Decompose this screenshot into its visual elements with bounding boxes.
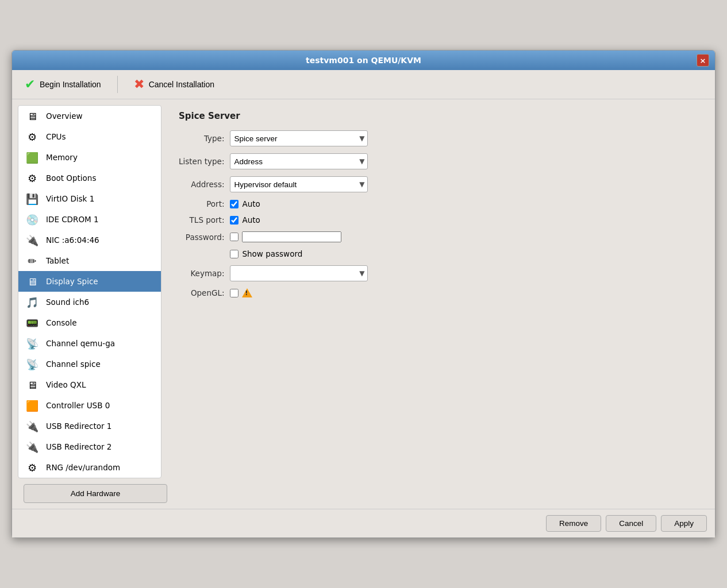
show-password-label: Show password (242, 249, 302, 258)
begin-installation-button[interactable]: ✔ Begin Installation (20, 75, 106, 94)
sidebar-item-sound-ich6[interactable]: 🎵Sound ich6 (18, 292, 161, 312)
sidebar-item-channel-qemu-ga[interactable]: 📡Channel qemu-ga (18, 333, 161, 354)
apply-button[interactable]: Apply (661, 515, 707, 532)
nic-icon: 🔌 (24, 234, 40, 246)
port-auto-checkbox[interactable] (230, 200, 239, 208)
port-control: Auto (230, 199, 466, 208)
sidebar-item-overview[interactable]: 🖥Overview (18, 106, 161, 126)
sidebar-item-tablet[interactable]: ✏Tablet (18, 250, 161, 271)
cancel-installation-label: Cancel Installation (149, 80, 214, 89)
sidebar-item-label-memory: Memory (46, 153, 78, 162)
tls-port-label: TLS port: (179, 215, 224, 225)
ide-cdrom-1-icon: 💿 (24, 213, 40, 226)
x-icon: ✖ (134, 77, 144, 92)
usb-redirector-2-icon: 🔌 (24, 440, 40, 453)
sidebar-item-label-console: Console (46, 318, 77, 327)
check-icon: ✔ (25, 77, 35, 92)
sidebar-item-virtio-disk-1[interactable]: 💾VirtIO Disk 1 (18, 188, 161, 209)
opengl-checkbox[interactable] (230, 289, 239, 297)
type-select[interactable]: Spice serverVNC server (230, 130, 368, 146)
sidebar-item-label-channel-spice: Channel spice (46, 359, 101, 369)
sidebar-item-cpus[interactable]: ⚙CPUs (18, 126, 161, 147)
remove-button[interactable]: Remove (546, 515, 601, 532)
tls-port-control: Auto (230, 215, 466, 225)
sidebar-item-memory[interactable]: 🟩Memory (18, 147, 161, 168)
password-label: Password: (179, 233, 224, 242)
show-password-row: Show password (230, 249, 466, 258)
port-auto-label: Auto (242, 199, 260, 208)
sidebar-item-usb-redirector-1[interactable]: 🔌USB Redirector 1 (18, 416, 161, 436)
detail-panel: Spice Server Type: Spice serverVNC serve… (167, 105, 709, 478)
add-hw-container: Add Hardware (12, 484, 715, 509)
sidebar-item-display-spice[interactable]: 🖥Display Spice (18, 271, 161, 292)
add-hardware-button[interactable]: Add Hardware (24, 484, 167, 503)
main-content: 🖥Overview⚙CPUs🟩Memory⚙Boot Options💾VirtI… (12, 99, 715, 484)
keymap-select[interactable]: en-usen-gbdefr (230, 265, 368, 281)
address-select-wrapper: Hypervisor defaultLocalhost onlyAll inte… (230, 176, 368, 192)
footer: Remove Cancel Apply (12, 509, 715, 537)
titlebar: testvm001 on QEMU/KVM × (12, 51, 715, 70)
show-password-checkbox[interactable] (230, 250, 239, 258)
cpus-icon: ⚙ (24, 130, 40, 143)
virtio-disk-1-icon: 💾 (24, 192, 40, 205)
sidebar-item-label-sound-ich6: Sound ich6 (46, 297, 89, 307)
toolbar-separator (117, 76, 118, 93)
boot-options-icon: ⚙ (24, 172, 40, 184)
sidebar-item-label-ide-cdrom-1: IDE CDROM 1 (46, 215, 99, 224)
sidebar-item-usb-redirector-2[interactable]: 🔌USB Redirector 2 (18, 436, 161, 457)
password-input[interactable] (242, 231, 341, 242)
window-title: testvm001 on QEMU/KVM (30, 56, 697, 65)
rng-urandom-icon: ⚙ (24, 461, 40, 474)
sidebar-item-video-qxl[interactable]: 🖥Video QXL (18, 374, 161, 395)
sidebar-item-label-controller-usb-0: Controller USB 0 (46, 401, 110, 410)
port-label: Port: (179, 199, 224, 208)
sound-ich6-icon: 🎵 (24, 296, 40, 308)
toolbar: ✔ Begin Installation ✖ Cancel Installati… (12, 70, 715, 99)
sidebar-item-controller-usb-0[interactable]: 🟧Controller USB 0 (18, 395, 161, 416)
listen-type-label: Listen type: (179, 157, 224, 166)
opengl-label: OpenGL: (179, 288, 224, 297)
type-select-wrapper: Spice serverVNC server ▼ (230, 130, 368, 146)
form-table: Type: Spice serverVNC server ▼ Listen ty… (179, 130, 466, 297)
sidebar-item-label-channel-qemu-ga: Channel qemu-ga (46, 339, 115, 348)
usb-redirector-1-icon: 🔌 (24, 420, 40, 432)
cancel-button[interactable]: Cancel (606, 515, 656, 532)
tablet-icon: ✏ (24, 254, 40, 267)
sidebar-item-label-usb-redirector-1: USB Redirector 1 (46, 421, 111, 431)
sidebar-item-console[interactable]: 📟Console (18, 312, 161, 333)
tls-port-auto-checkbox[interactable] (230, 216, 239, 225)
sidebar-item-nic[interactable]: 🔌NIC :a6:04:46 (18, 230, 161, 250)
sidebar-item-rng-urandom[interactable]: ⚙RNG /dev/urandom (18, 457, 161, 478)
address-label: Address: (179, 180, 224, 189)
sidebar: 🖥Overview⚙CPUs🟩Memory⚙Boot Options💾VirtI… (18, 105, 161, 478)
sidebar-items: 🖥Overview⚙CPUs🟩Memory⚙Boot Options💾VirtI… (18, 106, 161, 478)
close-button[interactable]: × (697, 54, 709, 67)
sidebar-item-channel-spice[interactable]: 📡Channel spice (18, 354, 161, 374)
sidebar-item-label-video-qxl: Video QXL (46, 380, 86, 389)
password-enable-checkbox[interactable] (230, 233, 239, 241)
address-select[interactable]: Hypervisor defaultLocalhost onlyAll inte… (230, 176, 368, 192)
memory-icon: 🟩 (24, 151, 40, 164)
listen-type-select-wrapper: AddressNoneSocket ▼ (230, 153, 368, 169)
keymap-label: Keymap: (179, 269, 224, 278)
password-control (230, 231, 466, 242)
keymap-control: en-usen-gbdefr ▼ (230, 265, 466, 281)
type-control: Spice serverVNC server ▼ (230, 130, 466, 146)
console-icon: 📟 (24, 316, 40, 329)
sidebar-item-ide-cdrom-1[interactable]: 💿IDE CDROM 1 (18, 209, 161, 230)
bottom-area: Add Hardware Remove Cancel Apply (12, 484, 715, 537)
sidebar-item-boot-options[interactable]: ⚙Boot Options (18, 168, 161, 188)
listen-type-select[interactable]: AddressNoneSocket (230, 153, 368, 169)
cancel-installation-button[interactable]: ✖ Cancel Installation (129, 75, 219, 94)
sidebar-item-label-display-spice: Display Spice (46, 277, 98, 286)
controller-usb-0-icon: 🟧 (24, 399, 40, 412)
sidebar-item-label-cpus: CPUs (46, 132, 66, 141)
tls-port-auto-label: Auto (242, 215, 260, 225)
type-label: Type: (179, 134, 224, 143)
display-spice-icon: 🖥 (24, 275, 40, 288)
sidebar-item-label-tablet: Tablet (46, 256, 69, 265)
sidebar-item-label-usb-redirector-2: USB Redirector 2 (46, 442, 111, 451)
footer-right: Remove Cancel Apply (546, 515, 707, 532)
channel-spice-icon: 📡 (24, 358, 40, 370)
video-qxl-icon: 🖥 (24, 378, 40, 391)
